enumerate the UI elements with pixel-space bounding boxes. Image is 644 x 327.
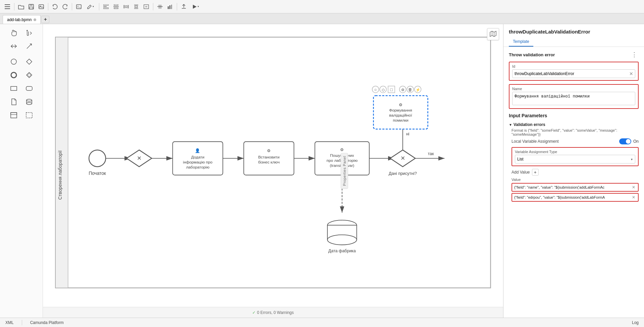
svg-text:Додати: Додати (191, 155, 205, 159)
save-button[interactable] (26, 2, 36, 11)
svg-rect-14 (113, 6, 119, 7)
properties-panel: throwDuplicateLabValidationError Templat… (503, 24, 644, 318)
open-button[interactable] (16, 2, 26, 11)
lasso-tool-button[interactable] (22, 27, 36, 39)
id-input-wrap: ✕ (512, 69, 635, 78)
svg-marker-29 (193, 5, 197, 9)
svg-text:лабораторію: лабораторію (186, 165, 210, 170)
connect-tool-button[interactable] (22, 40, 36, 52)
canvas-area[interactable]: Створення лабораторії Початок ✕ 👤 Додати… (43, 24, 503, 318)
xml-link[interactable]: XML (5, 320, 14, 325)
play-button[interactable]: ▾ (189, 2, 202, 11)
menu-button[interactable] (3, 2, 12, 11)
status-text: 0 Errors, 0 Warnings (257, 310, 294, 315)
input-params-title: Input Parameters (509, 113, 639, 118)
toggle-switch[interactable]: On (619, 138, 639, 144)
platform-label: Camunda Platform (30, 320, 64, 325)
section-title: Throw validation error (509, 52, 555, 57)
distribute-v-button[interactable] (131, 2, 141, 11)
validation-errors-header[interactable]: ▼ Validation errors (509, 121, 639, 128)
var-assignment-type-group: Variable Assignment Type List String Boo… (512, 147, 639, 166)
svg-rect-27 (169, 5, 170, 9)
map-button[interactable] (487, 28, 499, 40)
value-text-1: {"field": "name", "value": "${submission… (514, 185, 630, 189)
svg-rect-39 (11, 113, 17, 118)
svg-rect-25 (160, 5, 161, 9)
chart-icon[interactable] (165, 2, 175, 11)
add-value-row: Add Value + (512, 169, 639, 176)
id-clear-button[interactable]: ✕ (629, 71, 633, 76)
svg-text:Встановити: Встановити (258, 155, 280, 159)
var-type-select[interactable]: List String Boolean Integer (515, 155, 635, 164)
rounded-rect-button[interactable] (22, 82, 36, 94)
tab-add-button[interactable]: + (41, 16, 49, 23)
svg-text:◇: ◇ (382, 87, 385, 92)
dashed-rect-button[interactable] (22, 109, 36, 121)
toolbar-separator-3 (72, 3, 72, 10)
toggle-label: On (633, 139, 639, 144)
svg-text:⚙: ⚙ (399, 103, 402, 107)
value-1-clear-button[interactable]: ✕ (631, 185, 636, 190)
validation-errors-label: Validation errors (514, 122, 545, 127)
page-button[interactable] (7, 96, 21, 108)
toolbar-separator-1 (14, 3, 14, 10)
zoom-icon[interactable] (155, 2, 165, 11)
svg-rect-20 (135, 6, 138, 7)
redo-button[interactable] (60, 2, 70, 11)
id-input[interactable] (512, 69, 635, 78)
properties-panel-label[interactable]: Properties Panel (340, 153, 348, 189)
tab-dot (34, 18, 36, 21)
svg-rect-5 (30, 7, 33, 9)
hand-tool-button[interactable] (7, 27, 21, 39)
rect-button[interactable] (7, 82, 21, 94)
resize-button[interactable] (142, 2, 151, 11)
svg-text:□: □ (390, 87, 393, 92)
value-2-clear-button[interactable]: ✕ (631, 195, 636, 200)
cylinder-button[interactable] (22, 96, 36, 108)
svg-text:помилки: помилки (393, 118, 408, 123)
svg-rect-8 (76, 5, 81, 9)
id-field-group: Id ✕ (509, 62, 639, 81)
diamond-button[interactable] (22, 56, 36, 68)
svg-rect-12 (103, 8, 109, 9)
svg-text:Дані присутні?: Дані присутні? (389, 171, 417, 176)
tabbar: add-lab.bpmn + (0, 13, 644, 24)
edit-dropdown-button[interactable]: ▾ (84, 2, 97, 11)
space-tool-button[interactable] (7, 40, 21, 52)
toolbar: ▾ ▾ (0, 0, 644, 13)
local-var-label: Local Variable Assignment (512, 139, 559, 144)
svg-text:✕: ✕ (400, 155, 405, 161)
props-content: Throw validation error ⋮ Id ✕ Name Форму… (503, 47, 644, 318)
diamond-outline-button[interactable] (22, 69, 36, 81)
svg-text:валідаційної: валідаційної (389, 113, 412, 118)
left-tools-panel (0, 24, 43, 318)
split-rect-button[interactable] (7, 109, 21, 121)
svg-text:Створення лабораторії: Створення лабораторії (58, 150, 63, 200)
svg-text:Формування: Формування (389, 108, 412, 113)
svg-text:⚙: ⚙ (267, 148, 271, 153)
svg-text:Дата фабрика: Дата фабрика (328, 249, 356, 253)
log-link[interactable]: Log (632, 320, 639, 325)
tab-add-lab-bpmn[interactable]: add-lab.bpmn (3, 15, 41, 24)
upload-button[interactable] (179, 2, 189, 11)
var-type-label: Variable Assignment Type (515, 150, 635, 154)
section-menu-button[interactable]: ⋮ (630, 51, 639, 58)
add-value-button[interactable]: + (532, 169, 539, 176)
id-label: Id (512, 64, 635, 68)
align-left-button[interactable] (101, 2, 111, 11)
thick-circle-button[interactable] (7, 69, 21, 81)
toggle-track[interactable] (619, 138, 631, 144)
image-insert-button[interactable] (74, 2, 84, 11)
name-textarea[interactable]: Формування валідаційної помилки (512, 92, 635, 105)
circle-outline-button[interactable] (7, 56, 21, 68)
undo-button[interactable] (50, 2, 60, 11)
toolbar-separator-4 (99, 3, 99, 10)
collapse-arrow-icon: ▼ (509, 123, 512, 127)
value-label: Value (512, 178, 639, 182)
save-image-button[interactable] (37, 2, 46, 11)
align-center-button[interactable] (111, 2, 121, 11)
distribute-h-button[interactable] (121, 2, 131, 11)
toggle-knob (626, 139, 631, 144)
main-area: Створення лабораторії Початок ✕ 👤 Додати… (0, 24, 644, 318)
tab-template[interactable]: Template (509, 37, 533, 47)
